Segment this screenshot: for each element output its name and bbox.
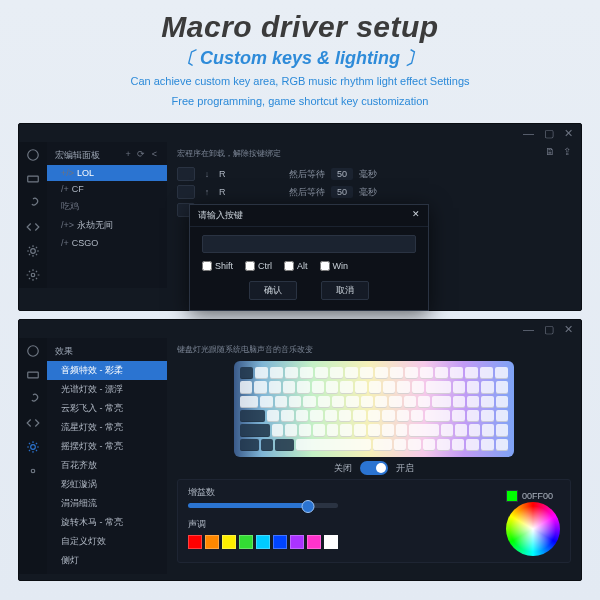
maximize-icon[interactable]: ▢ (544, 128, 554, 139)
key (481, 396, 493, 408)
key (382, 424, 394, 436)
gear-icon[interactable] (26, 464, 40, 478)
window-titlebar: — ▢ ✕ (19, 320, 581, 338)
logo-icon (26, 148, 40, 162)
modifier-check[interactable]: Shift (202, 261, 233, 271)
sidebar-item[interactable]: /+>永劫无间 (47, 216, 167, 235)
maximize-icon[interactable]: ▢ (544, 324, 554, 335)
color-swatch[interactable] (307, 535, 321, 549)
sidebar-title: 宏编辑面板 + ⟳ < (47, 146, 167, 165)
lighting-window: — ▢ ✕ 效果 音频特效 - 彩柔 光谱灯效 - 漂浮云彩飞入 - 常亮流星灯… (18, 319, 582, 581)
minimize-icon[interactable]: — (523, 324, 534, 335)
sidebar-item[interactable]: 流星灯效 - 常亮 (47, 418, 167, 437)
macro-row[interactable]: ↑R然后等待50毫秒 (177, 183, 571, 201)
link-icon[interactable] (26, 392, 40, 406)
color-swatch[interactable] (205, 535, 219, 549)
key (412, 381, 424, 393)
sidebar-item[interactable]: 彩虹漩涡 (47, 475, 167, 494)
keyboard-icon[interactable] (26, 368, 40, 382)
key (313, 424, 325, 436)
sidebar-item[interactable]: 百花齐放 (47, 456, 167, 475)
key (368, 410, 380, 422)
tone-label: 声调 (188, 519, 206, 529)
color-swatch[interactable] (273, 535, 287, 549)
key (240, 367, 253, 379)
key (425, 410, 450, 422)
color-panel: 增益数 声调 00FF00 (177, 479, 571, 563)
key (281, 410, 293, 422)
sidebar-item[interactable]: /+CSGO (47, 235, 167, 251)
key (397, 410, 409, 422)
gain-slider[interactable] (188, 503, 338, 508)
key (441, 424, 453, 436)
sidebar-item[interactable]: 摇摆灯效 - 常亮 (47, 437, 167, 456)
sidebar-item[interactable]: 涓涓细流 (47, 494, 167, 513)
close-icon[interactable]: ✕ (412, 209, 420, 222)
doc-icon[interactable]: 🗎 (545, 146, 555, 157)
key (455, 424, 467, 436)
key (345, 367, 358, 379)
sidebar-item[interactable]: +/>LOL (47, 165, 167, 181)
key (240, 381, 252, 393)
minimize-icon[interactable]: — (523, 128, 534, 139)
sun-icon[interactable] (26, 244, 40, 258)
key (496, 381, 508, 393)
hero-line2: Free programming, game shortcut key cust… (8, 93, 592, 110)
key (260, 396, 272, 408)
cancel-button[interactable]: 取消 (321, 281, 369, 300)
key (296, 439, 371, 451)
key (272, 424, 284, 436)
modifier-check[interactable]: Win (320, 261, 349, 271)
key (420, 367, 433, 379)
color-swatch[interactable] (324, 535, 338, 549)
key (299, 424, 311, 436)
key (340, 381, 352, 393)
color-swatch[interactable] (256, 535, 270, 549)
close-icon[interactable]: ✕ (564, 324, 573, 335)
key (261, 439, 274, 451)
upload-icon[interactable]: ⇪ (563, 146, 571, 157)
key (360, 367, 373, 379)
color-swatch[interactable] (290, 535, 304, 549)
color-swatch[interactable] (222, 535, 236, 549)
effect-toggle[interactable] (360, 461, 388, 475)
macro-editor-window: — ▢ ✕ 宏编辑面板 + ⟳ < +/>LOL/+CF吃鸡/+>永劫无间/+C… (18, 123, 582, 311)
sidebar-item[interactable]: 侧灯 (47, 551, 167, 570)
macro-row[interactable]: ↓R然后等待50毫秒 (177, 165, 571, 183)
key (355, 381, 367, 393)
key (389, 396, 401, 408)
nav-rail (19, 338, 47, 574)
sun-icon[interactable] (26, 440, 40, 454)
key (397, 381, 409, 393)
sidebar-item[interactable]: 云彩飞入 - 常亮 (47, 399, 167, 418)
key (409, 424, 439, 436)
key (495, 367, 508, 379)
key (453, 396, 465, 408)
hero: Macro driver setup 〔 Custom keys & light… (0, 0, 600, 115)
sidebar-item[interactable]: 吃鸡 (47, 197, 167, 216)
sidebar-item[interactable]: 光谱灯效 - 漂浮 (47, 380, 167, 399)
sidebar-item[interactable]: 音频特效 - 彩柔 (47, 361, 167, 380)
sidebar-item[interactable]: 旋转木马 - 常亮 (47, 513, 167, 532)
key (318, 396, 330, 408)
hex-preview (506, 490, 518, 502)
sidebar-item[interactable]: 自定义灯效 (47, 532, 167, 551)
keyboard-icon[interactable] (26, 172, 40, 186)
color-wheel[interactable] (506, 502, 560, 556)
color-swatch[interactable] (239, 535, 253, 549)
modifier-check[interactable]: Alt (284, 261, 308, 271)
key (432, 396, 450, 408)
ok-button[interactable]: 确认 (249, 281, 297, 300)
code-icon[interactable] (26, 416, 40, 430)
color-swatch[interactable] (188, 535, 202, 549)
key (423, 439, 436, 451)
modifier-check[interactable]: Ctrl (245, 261, 272, 271)
key (285, 424, 297, 436)
code-icon[interactable] (26, 220, 40, 234)
link-icon[interactable] (26, 196, 40, 210)
gear-icon[interactable] (26, 268, 40, 282)
sidebar-item[interactable]: /+CF (47, 181, 167, 197)
close-icon[interactable]: ✕ (564, 128, 573, 139)
svg-point-7 (31, 469, 35, 473)
key-input[interactable] (202, 235, 416, 253)
